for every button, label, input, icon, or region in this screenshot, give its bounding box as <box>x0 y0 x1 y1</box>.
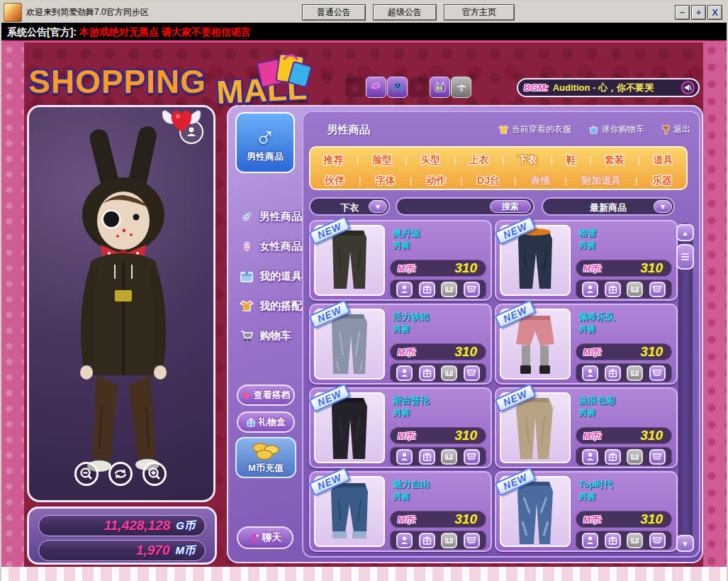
cart-icon[interactable] <box>649 365 666 381</box>
sidebar-item-my-items[interactable]: 我的道具 <box>238 261 303 291</box>
search-button[interactable]: 搜索 <box>490 200 531 213</box>
product-image[interactable]: NEW <box>500 476 571 547</box>
cart-icon[interactable] <box>464 365 480 381</box>
gift-box-button[interactable]: 礼物盒 <box>237 411 295 433</box>
view-partner-button[interactable]: 查看搭档 <box>237 384 295 406</box>
try-on-icon[interactable] <box>582 533 598 548</box>
male-category-button[interactable]: ♂ 男性商品 <box>235 112 295 173</box>
tab-extra-props[interactable]: 附加道具 <box>581 175 621 187</box>
cart-icon[interactable] <box>464 533 480 548</box>
tab-partner[interactable]: 伙伴 <box>325 175 345 187</box>
scroll-up-button[interactable]: ▲ <box>676 224 694 241</box>
cart-icon[interactable] <box>464 449 480 465</box>
sidebar-item-my-outfits[interactable]: 我的搭配 <box>238 291 303 321</box>
try-on-icon[interactable] <box>582 282 598 297</box>
product-card: NEW 活力铁铝 男裤 M币: 310 <box>309 304 492 384</box>
tab-props[interactable]: 道具 <box>653 154 673 167</box>
speaker-icon[interactable] <box>681 81 695 94</box>
action-bar <box>576 447 672 466</box>
tab-recommend[interactable]: 推荐 <box>324 154 344 167</box>
product-image[interactable]: NEW <box>314 225 385 296</box>
wardrobe-icon-disabled <box>441 282 457 297</box>
zoom-out-icon[interactable] <box>74 462 99 486</box>
sort-dropdown[interactable]: 最新商品 ▼ <box>542 197 675 216</box>
cart-icon <box>238 327 255 344</box>
mini-cart-link[interactable]: 迷你购物车 <box>588 123 644 135</box>
star-icon[interactable] <box>408 77 429 98</box>
product-image[interactable]: NEW <box>314 476 385 547</box>
cart-icon[interactable] <box>464 282 480 297</box>
mushroom-icon[interactable] <box>451 77 471 98</box>
close-button[interactable]: X <box>707 5 722 20</box>
sidebar-item-male-goods[interactable]: ♂ 男性商品 <box>238 201 303 231</box>
gramophone-icon[interactable] <box>366 77 386 98</box>
exit-link[interactable]: 退出 <box>661 123 690 135</box>
try-on-icon[interactable] <box>582 365 598 381</box>
scroll-down-button[interactable]: ▼ <box>676 535 694 552</box>
gift-icon[interactable] <box>605 365 621 381</box>
scrollbar-thumb[interactable] <box>676 244 694 270</box>
cart-icon[interactable] <box>649 533 666 548</box>
creature-icon[interactable] <box>387 77 408 98</box>
action-bar <box>390 447 486 466</box>
official-homepage-button[interactable]: 官方主页 <box>444 4 515 21</box>
try-on-icon[interactable] <box>582 449 598 465</box>
gift-icon[interactable] <box>419 533 435 548</box>
tab-emote[interactable]: 表情 <box>531 175 551 187</box>
try-on-icon[interactable] <box>396 449 413 465</box>
gift-icon[interactable] <box>605 282 621 297</box>
bag-icon[interactable] <box>345 77 365 98</box>
chat-button[interactable]: 聊天 <box>237 526 293 549</box>
gift-icon[interactable] <box>605 449 621 465</box>
gift-icon[interactable] <box>419 449 435 465</box>
product-image[interactable]: NEW <box>500 392 571 463</box>
m-coin-recharge-button[interactable]: M币充值 <box>235 437 296 478</box>
tab-bottoms[interactable]: 下衣 <box>517 154 537 167</box>
shirt-icon <box>498 125 509 134</box>
tab-top[interactable]: 上衣 <box>469 154 489 167</box>
product-image[interactable]: NEW <box>500 309 571 380</box>
product-name: 奥丹迪 <box>393 227 420 240</box>
zoom-in-icon[interactable] <box>142 462 167 486</box>
sidebar-item-cart[interactable]: 购物车 <box>238 321 303 350</box>
chevron-down-icon[interactable]: ▼ <box>654 200 672 213</box>
rotate-icon[interactable] <box>108 462 133 486</box>
cart-icon[interactable] <box>649 449 666 465</box>
avatar-character[interactable] <box>49 123 198 477</box>
m-coin-unit: M币 <box>176 544 196 558</box>
normal-announcement-button[interactable]: 普通公告 <box>302 4 366 21</box>
tab-dj[interactable]: DJ台 <box>477 175 500 187</box>
try-on-icon[interactable] <box>396 282 413 297</box>
product-image[interactable]: NEW <box>314 309 385 380</box>
sidebar-item-female-goods[interactable]: ♀ 女性商品 <box>238 231 303 261</box>
product-image[interactable]: NEW <box>314 392 385 463</box>
cart-icon[interactable] <box>649 282 666 297</box>
current-clothes-link[interactable]: 当前穿着的衣服 <box>498 123 571 135</box>
tab-shoes[interactable]: 鞋 <box>566 154 576 167</box>
chevron-down-icon[interactable]: ▼ <box>369 200 387 213</box>
system-announcement-bar: 系统公告[官方]: 本游戏绝对无黑点 请大家不要相信谣言 <box>1 23 727 42</box>
try-on-icon[interactable] <box>396 533 413 548</box>
super-announcement-button[interactable]: 超级公告 <box>373 4 437 21</box>
search-input[interactable] <box>403 201 491 214</box>
minimize-button[interactable]: − <box>675 5 690 20</box>
category-dropdown[interactable]: 下衣 ▼ <box>309 197 390 216</box>
scrollbar-track[interactable] <box>678 223 693 552</box>
gift-icon[interactable] <box>419 365 435 381</box>
gift-icon[interactable] <box>605 533 621 548</box>
try-on-icon[interactable] <box>396 365 413 381</box>
tab-face[interactable]: 脸型 <box>372 154 392 167</box>
tab-motion[interactable]: 动作 <box>426 175 446 187</box>
price-bar: M币: 310 <box>390 343 486 360</box>
tab-font[interactable]: 字体 <box>376 175 396 187</box>
gift-icon[interactable] <box>419 282 435 297</box>
tv-icon[interactable] <box>430 77 450 98</box>
window-title: 欢迎来到简爱劲舞7.0官方同步区 <box>26 6 149 18</box>
tab-hair[interactable]: 头型 <box>420 154 440 167</box>
product-image[interactable]: NEW <box>500 225 571 296</box>
product-subtitle: 男裤 <box>578 491 595 503</box>
tab-instrument[interactable]: 乐器 <box>652 175 672 187</box>
price-value: 310 <box>640 260 663 276</box>
tab-sets[interactable]: 套装 <box>605 154 625 167</box>
maximize-button[interactable]: + <box>691 5 706 20</box>
